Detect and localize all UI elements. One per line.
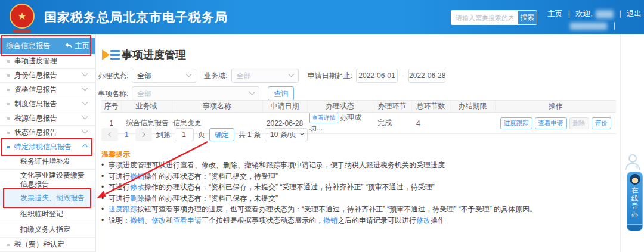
- goto-label: 到第: [156, 130, 171, 140]
- mascot-icon: [630, 174, 640, 185]
- user-area: 主页 ｜ 欢迎, ｜ 退出 ｜: [547, 0, 642, 31]
- cell-total-steps: 4: [411, 113, 450, 134]
- sidebar-item-shenfen[interactable]: 身份信息报告: [0, 69, 95, 83]
- top-header: ★ 国家税务总局北京市电子税务局 搜索 主页 ｜ 欢迎, ｜ 退出 ｜: [0, 0, 644, 34]
- censored-company: [570, 23, 607, 30]
- chevron-down-icon: [186, 71, 192, 77]
- guide-tab-footer: [627, 224, 642, 231]
- tip-item: 可进行修改操作的办理状态有：“资料已保存，未提交” “受理不通过，待补齐补正” …: [101, 183, 608, 191]
- site-title: 国家税务总局北京市电子税务局: [44, 0, 228, 34]
- chevron-down-icon: [82, 99, 88, 105]
- prev-page-button[interactable]: [101, 128, 118, 141]
- date-from-input[interactable]: [356, 69, 398, 83]
- date-range-label: 申请日期起止:: [308, 71, 352, 81]
- chevron-down-icon: [82, 71, 88, 77]
- cell-actions: 进度跟踪查看申请删除评价: [495, 113, 616, 134]
- status-label: 办理状态:: [98, 71, 128, 81]
- chevron-down-icon: [249, 89, 255, 95]
- filter-row-2: 事项名称: 全部 查询: [98, 86, 294, 101]
- tip-item: 可进行撤销操作的办理状态有：“资料已提交，待受理”: [101, 172, 608, 181]
- tip-item: 可进行删除操作的办理状态有：“资料已保存，未提交”: [101, 194, 608, 203]
- item-name-label: 事项名称:: [98, 89, 128, 99]
- chevron-down-icon: [82, 128, 88, 134]
- prev-page-icon: [108, 132, 113, 137]
- emblem-signature-mark: [13, 29, 31, 33]
- bullet-icon: [7, 60, 10, 63]
- bullet-icon: [7, 89, 10, 91]
- chevron-up-icon: [82, 144, 88, 150]
- online-guide-tab[interactable]: 在 线 导 办: [627, 172, 643, 231]
- per-page-dropdown-icon: [300, 131, 304, 135]
- item-name-select[interactable]: 全部: [132, 86, 259, 101]
- query-button[interactable]: 查询: [268, 86, 294, 101]
- sidebar-subitem-koujiao[interactable]: 扣缴义务人指定: [0, 222, 95, 238]
- reply-home-icon: [65, 43, 72, 49]
- per-page-select[interactable]: 10 条/页: [265, 128, 308, 141]
- main-content: 事项进度管理 办理状态: 全部 业务域: 全部 申请日期起止: - 事项名称: …: [96, 34, 644, 252]
- view-detail-button[interactable]: 查看详情: [309, 113, 338, 123]
- cell-deadline: [450, 113, 495, 134]
- filter-row-1: 办理状态: 全部 业务域: 全部 申请日期起止: -: [98, 69, 445, 83]
- sidebar-subitem-fapiao-yishi[interactable]: 发票遗失、损毁报告: [0, 190, 95, 207]
- confirm-button[interactable]: 确定: [209, 128, 234, 141]
- sidebar-item-shuifeizhong[interactable]: 税（费）种认定: [0, 238, 95, 252]
- chevron-down-icon: [82, 114, 88, 120]
- tip-item: 事项进度管理可以进行查看、修改、删除、撤销和跟踪事项申请记录，便于纳税人跟进税务…: [101, 161, 608, 169]
- tax-emblem-logo: ★: [10, 4, 35, 29]
- content-edge-divider: [620, 34, 621, 252]
- sidebar-item-zhuangtai[interactable]: 状态信息报告: [0, 126, 95, 140]
- divider: ｜: [565, 9, 572, 19]
- cell-status: 查看详情办理成功...: [307, 113, 373, 134]
- sidebar-subitem-zhengjian[interactable]: 税务证件增补发: [0, 154, 95, 170]
- sidebar-item-zhidu[interactable]: 制度信息报告: [0, 97, 95, 111]
- sidebar-subitem-zuzhi[interactable]: 组织临时登记: [0, 207, 95, 222]
- next-page-button[interactable]: [135, 128, 152, 141]
- evaluate-button[interactable]: 评价: [592, 117, 611, 129]
- tip-item: 进度跟踪按钮可查看事项办理的进度，也可查看办理状态为：“受理不通过，待补齐补正”…: [101, 205, 608, 213]
- track-progress-button[interactable]: 进度跟踪: [500, 117, 532, 129]
- bullet-icon: [7, 244, 10, 246]
- welcome-label: 欢迎,: [575, 9, 592, 19]
- bullet-icon: [7, 117, 10, 120]
- chevron-down-icon: [82, 85, 88, 91]
- sidebar-home-link[interactable]: 主页: [65, 41, 89, 51]
- domain-select[interactable]: 全部: [231, 69, 299, 83]
- view-application-button[interactable]: 查看申请: [535, 117, 567, 129]
- date-to-input[interactable]: [408, 69, 445, 83]
- sidebar-header[interactable]: 综合信息报告 主页: [0, 38, 95, 54]
- censored-username: [596, 10, 614, 18]
- domain-label: 业务域:: [204, 71, 227, 81]
- bullet-icon: [7, 146, 10, 148]
- bullet-icon: [7, 132, 10, 134]
- goto-page-input[interactable]: [175, 128, 194, 141]
- bullet-icon: [7, 74, 10, 77]
- search-input[interactable]: [451, 10, 518, 25]
- delete-button[interactable]: 删除: [569, 117, 589, 129]
- divider: ｜: [611, 21, 618, 31]
- logout-link[interactable]: 退出: [627, 9, 642, 19]
- date-separator: -: [402, 71, 404, 80]
- sidebar-item-shixiangjindu[interactable]: 事项进度管理: [0, 54, 95, 69]
- cell-step: 完成: [373, 113, 411, 134]
- total-count-label: 共 1 条: [239, 130, 261, 140]
- online-guide-label: 在 线 导 办: [631, 186, 639, 219]
- divider: ｜: [617, 9, 624, 19]
- table-header-row: 序号 业务域 事项名称 申请日期 办理状态 办理环节 总环节数 办结期限 操作: [101, 101, 616, 113]
- person-icon: [624, 153, 642, 170]
- next-page-icon: [140, 132, 145, 137]
- tip-item: 说明：撤销、修改和查看申请三个按钮是根据事项状态动态展示的，撤销之后的申请记录可…: [101, 216, 608, 225]
- sidebar-subitem-wenhua[interactable]: 文化事业建设费缴费信息报告: [0, 170, 95, 190]
- chevron-down-icon: [288, 71, 294, 77]
- page-number[interactable]: 1: [122, 130, 131, 139]
- status-select[interactable]: 全部: [132, 69, 196, 83]
- title-list-icon: [102, 49, 120, 60]
- sidebar-item-zige[interactable]: 资格信息报告: [0, 83, 95, 97]
- page-title: 事项进度管理: [102, 48, 186, 62]
- tips-title: 温馨提示: [101, 150, 130, 160]
- bullet-icon: [7, 103, 10, 105]
- sidebar-item-shuiyuan[interactable]: 税源信息报告: [0, 111, 95, 126]
- home-link[interactable]: 主页: [547, 9, 562, 19]
- sidebar-item-teding[interactable]: 特定涉税信息报告: [0, 140, 95, 154]
- search-button[interactable]: 搜索: [518, 10, 537, 25]
- tips-list: 事项进度管理可以进行查看、修改、删除、撤销和跟踪事项申请记录，便于纳税人跟进税务…: [101, 161, 608, 227]
